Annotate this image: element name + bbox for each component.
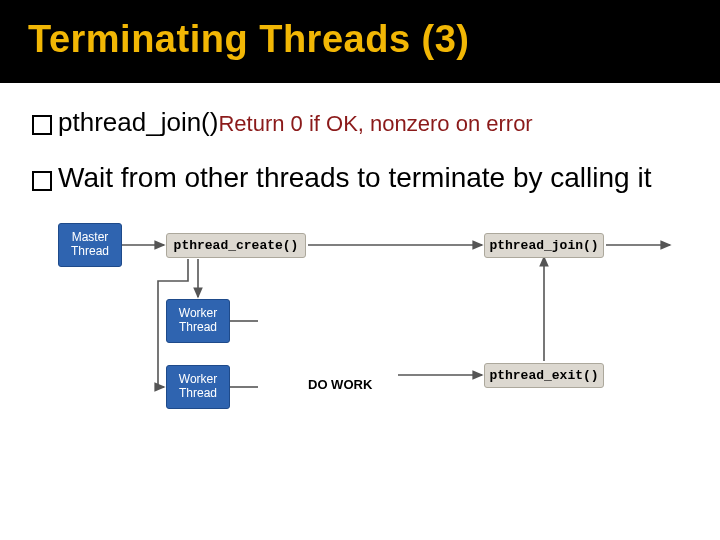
pthread-join-box: pthread_join() — [484, 233, 604, 258]
master-thread-box: MasterThread — [58, 223, 122, 267]
function-name: pthread_join() — [58, 107, 218, 137]
slide-header: Terminating Threads (3) — [0, 0, 720, 83]
bullet2-text: Wait from other threads to terminate by … — [58, 160, 651, 195]
do-work-label: DO WORK — [308, 377, 372, 392]
worker-thread-box-1: WorkerThread — [166, 299, 230, 343]
worker-thread-box-2: WorkerThread — [166, 365, 230, 409]
bullet-pthread-join: pthread_join()Return 0 if OK, nonzero on… — [32, 107, 688, 138]
slide-title: Terminating Threads (3) — [28, 18, 692, 61]
slide-body: pthread_join()Return 0 if OK, nonzero on… — [0, 83, 720, 427]
bullet-square-icon — [32, 171, 52, 191]
bullet-wait: Wait from other threads to terminate by … — [32, 160, 688, 195]
thread-diagram: MasterThread pthread_create() pthread_jo… — [58, 217, 698, 427]
bullet1-text: pthread_join()Return 0 if OK, nonzero on… — [58, 107, 533, 138]
return-note: Return 0 if OK, nonzero on error — [218, 111, 532, 136]
pthread-exit-box: pthread_exit() — [484, 363, 604, 388]
bullet-square-icon — [32, 115, 52, 135]
pthread-create-box: pthread_create() — [166, 233, 306, 258]
